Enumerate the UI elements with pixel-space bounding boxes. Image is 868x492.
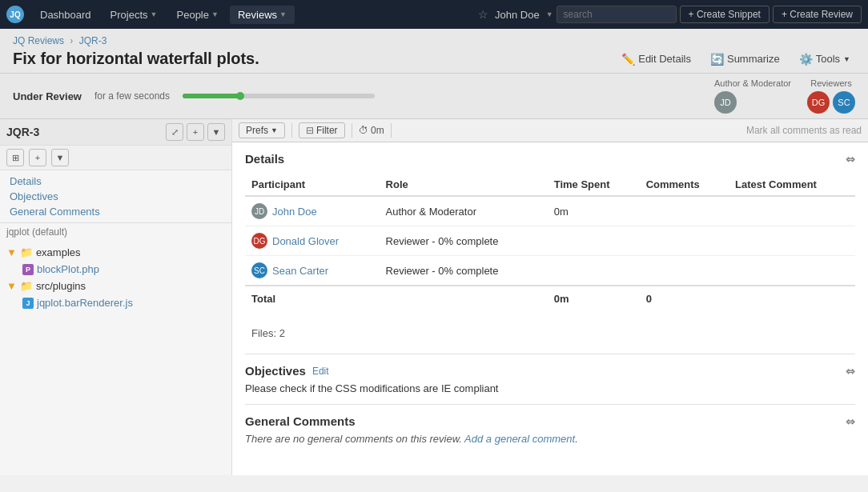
view-mode-btn[interactable]: ⊞: [6, 149, 24, 166]
objectives-edit-link[interactable]: Edit: [312, 366, 329, 377]
nav-reviews[interactable]: Reviews ▼: [230, 6, 295, 24]
no-comments-label: There are no general comments on this re…: [245, 433, 462, 445]
page-actions: ✏️ Edit Details 🔄 Summarize ⚙️ Tools ▼: [617, 50, 855, 68]
participant-john-doe[interactable]: JD John Doe: [251, 203, 373, 219]
breadcrumb-parent[interactable]: JQ Reviews: [13, 35, 64, 46]
sidebar-add-btn[interactable]: +: [187, 123, 204, 141]
john-doe-time: 0m: [548, 196, 640, 226]
objectives-header: Objectives Edit ⇔: [245, 364, 855, 378]
nav-people[interactable]: People ▼: [169, 6, 227, 24]
tree-folder-srcplugins[interactable]: ▼ 📁 src/plugins: [0, 278, 231, 294]
nav-dashboard[interactable]: Dashboard: [32, 6, 99, 24]
folder-srcplugins-label: src/plugins: [36, 280, 86, 292]
sidebar-objectives-link[interactable]: Objectives: [6, 189, 225, 204]
more-actions-btn[interactable]: ▼: [51, 149, 69, 166]
favorite-icon[interactable]: ☆: [478, 8, 488, 21]
total-empty: [380, 286, 548, 311]
reviewer1-avatar: DG: [807, 91, 830, 114]
add-file-btn[interactable]: +: [29, 149, 46, 166]
divider1: [245, 354, 855, 354]
folder-open-icon2: ▼: [6, 280, 17, 292]
sidebar-details-link[interactable]: Details: [6, 174, 225, 189]
files-row: Files: 2: [245, 321, 855, 346]
folder-examples-label: examples: [36, 246, 81, 258]
sidebar-path: jqplot (default): [0, 223, 231, 241]
reviewer2-avatar: SC: [833, 91, 855, 114]
col-participant: Participant: [245, 174, 380, 196]
app-logo: JQ: [6, 6, 24, 23]
no-comments-text: There are no general comments on this re…: [245, 433, 855, 445]
breadcrumb: JQ Reviews › JQR-3: [13, 35, 855, 46]
user-name[interactable]: John Doe: [495, 9, 540, 21]
sidebar: JQR-3 ⤢ + ▼ ⊞ + ▼ Details Objectives Gen…: [0, 119, 232, 475]
sean-carter-avatar: SC: [251, 262, 267, 278]
table-row: DG Donald Glover Reviewer - 0% complete: [245, 226, 855, 256]
time-label: ⏱ 0m: [359, 125, 384, 136]
reviewers-group: Reviewers DG SC: [807, 78, 855, 114]
mark-read-button[interactable]: Mark all comments as read: [746, 125, 862, 136]
participants-table: Participant Role Time Spent Comments Lat…: [245, 174, 855, 311]
john-doe-role: Author & Moderator: [380, 196, 548, 226]
tools-arrow: ▼: [843, 55, 850, 63]
toolbar-sep3: [391, 123, 392, 138]
details-header: Details ⇔: [245, 152, 855, 166]
tree-item-blockplot[interactable]: P blockPlot.php: [0, 261, 231, 278]
sidebar-toolbar: JQR-3 ⤢ + ▼: [0, 119, 231, 146]
edit-details-button[interactable]: ✏️ Edit Details: [617, 50, 696, 68]
col-time-spent: Time Spent: [548, 174, 640, 196]
add-comment-link[interactable]: Add a general comment: [464, 433, 575, 445]
donald-glover-role: Reviewer - 0% complete: [380, 226, 548, 256]
filter-button[interactable]: ⊟ Filter: [299, 122, 345, 138]
author-avatar: JD: [714, 91, 737, 114]
breadcrumb-current[interactable]: JQR-3: [79, 35, 107, 46]
tree-item-barrenderer[interactable]: J jqplot.barRenderer.js: [0, 294, 231, 311]
john-doe-comments: [640, 196, 729, 226]
participant-sean-carter[interactable]: SC Sean Carter: [251, 262, 373, 278]
nav-projects[interactable]: Projects ▼: [102, 6, 166, 24]
sean-carter-latest: [729, 256, 855, 286]
right-panel: Prefs ▼ ⊟ Filter ⏱ 0m Mark all comments …: [232, 119, 868, 475]
general-comments-toggle[interactable]: ⇔: [846, 415, 855, 428]
sidebar-general-comments-link[interactable]: General Comments: [6, 204, 225, 219]
summarize-icon: 🔄: [710, 53, 724, 66]
total-time: 0m: [548, 286, 640, 311]
tools-icon: ⚙️: [799, 53, 813, 66]
sidebar-more-btn[interactable]: ▼: [207, 123, 225, 141]
content-area: Details ⇔ Participant Role Time Spent Co…: [232, 142, 868, 475]
participant-donald-glover[interactable]: DG Donald Glover: [251, 233, 373, 249]
progress-dot: [236, 92, 244, 100]
table-row: JD John Doe Author & Moderator 0m: [245, 196, 855, 226]
objectives-toggle[interactable]: ⇔: [846, 365, 855, 378]
total-label: Total: [245, 286, 380, 311]
author-moderator-group: Author & Moderator JD: [714, 78, 791, 114]
main-layout: JQR-3 ⤢ + ▼ ⊞ + ▼ Details Objectives Gen…: [0, 119, 868, 475]
create-review-button[interactable]: + Create Review: [773, 6, 862, 23]
php-file-icon: P: [22, 264, 34, 275]
totals-row: Total 0m 0: [245, 286, 855, 311]
objectives-text: Please check if the CSS modifications ar…: [245, 382, 855, 394]
folder-open-icon: ▼: [6, 246, 17, 258]
create-snippet-button[interactable]: + Create Snippet: [680, 6, 770, 23]
sean-carter-role: Reviewer - 0% complete: [380, 256, 548, 286]
prefs-button[interactable]: Prefs ▼: [239, 122, 285, 138]
john-doe-name: John Doe: [272, 206, 317, 218]
tree-folder-examples[interactable]: ▼ 📁 examples: [0, 244, 231, 261]
donald-glover-comments: [640, 226, 729, 256]
file-tree: ▼ 📁 examples P blockPlot.php ▼ 📁 src/plu…: [0, 241, 231, 314]
progress-track: [183, 94, 375, 98]
john-doe-avatar: JD: [251, 203, 267, 219]
col-latest-comment: Latest Comment: [729, 174, 855, 196]
sean-carter-comments: [640, 256, 729, 286]
nav-reviews-label: Reviews: [238, 9, 277, 21]
summarize-button[interactable]: 🔄 Summarize: [705, 50, 785, 68]
sidebar-expand-btn[interactable]: ⤢: [166, 123, 183, 141]
toolbar-sep2: [352, 123, 352, 138]
tools-button[interactable]: ⚙️ Tools ▼: [794, 50, 855, 68]
author-avatars: JD: [714, 91, 791, 114]
nav-projects-label: Projects: [111, 9, 148, 21]
sidebar-nav: Details Objectives General Comments: [0, 170, 231, 223]
status-bar: Under Review for a few seconds Author & …: [0, 74, 868, 119]
search-input[interactable]: [557, 6, 677, 23]
details-toggle[interactable]: ⇔: [846, 153, 855, 166]
nav-people-label: People: [177, 9, 209, 21]
